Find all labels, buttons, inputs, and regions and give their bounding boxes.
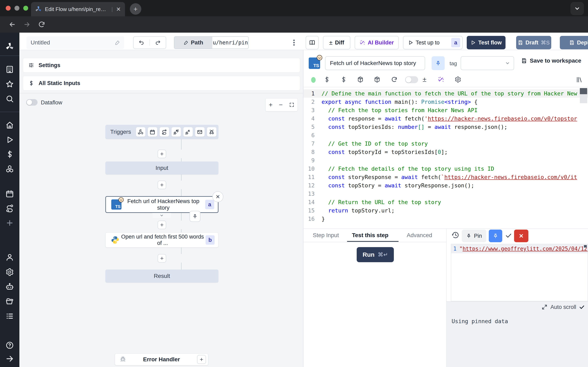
deploy-button[interactable]: Deploy xyxy=(560,36,588,49)
error-handler-node[interactable]: Error Handler xyxy=(115,354,208,365)
help-icon[interactable] xyxy=(6,341,14,350)
test-up-to-step-badge[interactable]: a xyxy=(451,38,460,47)
pinned-active-button[interactable] xyxy=(489,230,502,242)
package-icon[interactable] xyxy=(374,76,380,83)
step-name-input[interactable]: Fetch url of HackerNews top story xyxy=(325,56,425,70)
insert-step-button[interactable] xyxy=(158,181,166,189)
step-a-id-badge: a xyxy=(205,200,214,209)
trigger-poll-button[interactable] xyxy=(207,127,216,137)
ai-wand-icon[interactable] xyxy=(438,76,444,83)
windmill-favicon xyxy=(35,6,42,12)
workspace-icon[interactable] xyxy=(6,65,14,74)
traffic-close-button[interactable] xyxy=(6,6,11,11)
trigger-plug-zap-button[interactable] xyxy=(183,127,193,137)
bun-face-icon xyxy=(118,197,124,203)
pin-icon xyxy=(493,233,498,239)
history-icon[interactable] xyxy=(452,231,459,239)
save-to-workspace-button[interactable]: Save to workspace xyxy=(521,58,581,64)
trigger-route-button[interactable] xyxy=(160,127,169,137)
trigger-email-button[interactable] xyxy=(195,127,205,137)
expand-sidebar-arrow-icon[interactable] xyxy=(6,355,14,363)
variables-dollar-icon[interactable] xyxy=(6,150,14,158)
new-tab-button[interactable]: + xyxy=(130,3,141,15)
variable-dollar-icon[interactable] xyxy=(340,76,347,83)
accept-check-icon[interactable] xyxy=(505,232,512,239)
zoom-out-button[interactable]: − xyxy=(279,101,283,109)
tab-step-input[interactable]: Step Input xyxy=(313,232,339,239)
step-b-node[interactable]: Open url and fetch first 500 words of ..… xyxy=(105,233,218,248)
traffic-zoom-button[interactable] xyxy=(23,6,28,11)
test-up-to-button[interactable]: Test up to a xyxy=(403,36,463,49)
tab-test-this-step[interactable]: Test this step xyxy=(352,232,388,239)
flows-route-icon[interactable] xyxy=(6,204,14,212)
resources-cubes-icon[interactable] xyxy=(6,165,14,173)
variable-dollar-icon[interactable] xyxy=(324,76,330,83)
windmill-logo[interactable] xyxy=(6,42,14,51)
browser-tab[interactable]: Edit Flow u/henri/pin_results | ✕ xyxy=(31,2,125,16)
insert-step-button[interactable] xyxy=(158,150,166,158)
reload-icon[interactable] xyxy=(38,21,45,28)
back-icon[interactable] xyxy=(9,21,16,28)
tab-search-button[interactable] xyxy=(571,2,584,15)
tag-select[interactable] xyxy=(461,56,514,70)
triggers-node[interactable]: Triggers xyxy=(105,125,218,139)
result-node[interactable]: Result xyxy=(105,269,218,283)
settings-gear-icon[interactable] xyxy=(455,76,461,83)
audit-logs-list-icon[interactable] xyxy=(6,312,14,320)
redo-button[interactable] xyxy=(150,40,166,46)
search-icon[interactable] xyxy=(6,95,14,103)
draft-button[interactable]: Draft ⌘S xyxy=(516,36,551,49)
tab-advanced[interactable]: Advanced xyxy=(407,232,432,239)
schedules-calendar-icon[interactable] xyxy=(6,190,14,198)
forward-icon[interactable] xyxy=(23,21,31,28)
runs-play-icon[interactable] xyxy=(6,136,14,144)
expand-icon[interactable] xyxy=(541,304,548,310)
pin-label-button[interactable]: Pin xyxy=(462,230,486,242)
dataflow-toggle[interactable] xyxy=(26,99,38,106)
step-a-node[interactable]: TS Fetch url of HackerNews top story a xyxy=(105,196,218,213)
docs-button[interactable] xyxy=(306,36,319,49)
package-icon[interactable] xyxy=(357,76,364,83)
pinned-data-editor[interactable]: 1"https://www.geoffreylitt.com/2025/04/1… xyxy=(451,244,588,301)
folders-icon[interactable] xyxy=(6,297,14,306)
run-button[interactable]: Run ⌘↵ xyxy=(357,247,394,262)
settings-row[interactable]: Settings xyxy=(23,58,300,73)
trigger-plug-button[interactable] xyxy=(172,127,181,137)
trigger-webhook-button[interactable] xyxy=(136,127,145,137)
library-icon[interactable] xyxy=(576,76,583,83)
workers-robot-icon[interactable] xyxy=(6,283,14,291)
zoom-in-button[interactable]: + xyxy=(269,101,273,109)
all-static-inputs-row[interactable]: All Static Inputs xyxy=(23,76,300,91)
diff-icon[interactable]: ± xyxy=(423,75,426,83)
path-button[interactable]: Path u/henri/pin xyxy=(174,36,249,49)
tab-close-icon[interactable]: ✕ xyxy=(116,6,121,13)
test-flow-button[interactable]: Test flow xyxy=(467,36,506,49)
settings-gear-icon[interactable] xyxy=(6,268,14,276)
traffic-minimize-button[interactable] xyxy=(15,6,19,11)
diff-button[interactable]: ± Diff xyxy=(323,36,350,49)
step-pin-badge[interactable] xyxy=(190,211,200,222)
insert-step-button[interactable] xyxy=(158,254,166,263)
refresh-icon[interactable] xyxy=(391,76,398,83)
pin-step-button[interactable] xyxy=(432,56,445,70)
favorites-star-icon[interactable] xyxy=(6,80,14,88)
expand-step-chevron[interactable] xyxy=(152,213,171,218)
user-icon[interactable] xyxy=(6,253,14,261)
remove-step-button[interactable]: ✕ xyxy=(212,191,223,202)
flow-name-field[interactable]: Untitled xyxy=(26,36,124,49)
step-b-id-badge: b xyxy=(206,235,215,245)
more-options-kebab-icon[interactable] xyxy=(291,38,297,48)
home-icon[interactable] xyxy=(6,121,14,129)
close-pinned-button[interactable]: ✕ xyxy=(514,230,528,242)
fit-view-icon[interactable] xyxy=(289,102,294,108)
ai-builder-button[interactable]: AI Builder xyxy=(355,36,399,49)
input-node[interactable]: Input xyxy=(105,161,218,175)
undo-button[interactable] xyxy=(134,40,150,46)
diff-mode-toggle[interactable] xyxy=(405,76,418,83)
add-error-handler-button[interactable] xyxy=(197,355,206,364)
create-plus-icon[interactable] xyxy=(6,219,14,227)
code-editor[interactable]: 1// Define the main function to fetch th… xyxy=(303,87,588,228)
insert-step-button[interactable] xyxy=(158,221,166,229)
trigger-schedule-button[interactable] xyxy=(148,127,157,137)
checkbox-checked-icon[interactable] xyxy=(579,304,585,310)
